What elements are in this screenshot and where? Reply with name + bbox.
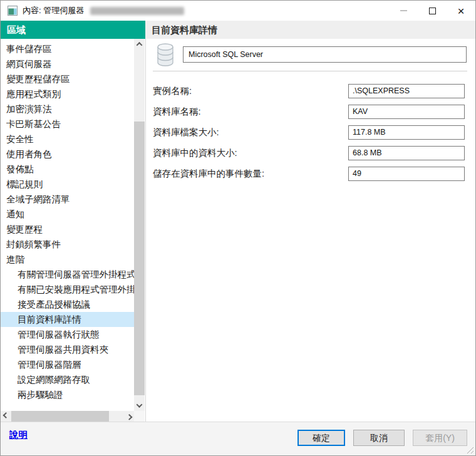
cancel-button[interactable]: 取消 [353,430,405,446]
field-row: 資料庫檔案大小: 117.8 MB [153,125,465,140]
sidebar-item[interactable]: 進階 [1,252,134,267]
database-fields: 實例名稱: .\SQLEXPRESS 資料庫名稱: KAV 資料庫檔案大小: 1… [153,84,465,187]
field-label: 資料庫檔案大小: [153,127,348,138]
page-title: 目前資料庫詳情 [145,21,475,39]
sidebar-item[interactable]: 加密演算法 [1,101,134,117]
field-label: 儲存在資料庫中的事件數量: [153,168,348,180]
sidebar-item[interactable]: 通知 [1,207,134,222]
close-icon: × [457,5,464,17]
database-details-panel: Microsoft SQL Server 實例名稱: .\SQLEXPRESS … [146,39,475,422]
sections-header: 區域 [1,21,145,39]
sidebar-item[interactable]: 兩步驟驗證 [1,387,134,402]
sidebar-item[interactable]: 管理伺服器階層 [1,357,134,372]
window-controls: × [389,1,475,21]
scroll-right-button[interactable] [124,411,135,422]
field-row: 資料庫中的資料大小: 68.8 MB [153,146,465,160]
sidebar-item[interactable]: 接受產品授權協議 [1,297,134,312]
scroll-up-button[interactable] [134,39,145,49]
maximize-icon [429,8,436,14]
sidebar-item[interactable]: 卡巴斯基公告 [1,117,134,132]
redacted-server-name [90,7,184,15]
sidebar-item[interactable]: 使用者角色 [1,147,134,162]
sidebar-item[interactable]: 變更歷程 [1,222,134,237]
vertical-scrollbar-thumb[interactable] [134,122,145,395]
database-icon [155,43,175,67]
sidebar-item[interactable]: 封鎖頻繁事件 [1,237,134,252]
field-label: 實例名稱: [153,85,348,97]
sections-sidebar: 事件儲存區網頁伺服器變更歷程儲存區應用程式類別加密演算法卡巴斯基公告安全性使用者… [1,39,146,422]
window-title: 內容: 管理伺服器 [23,5,84,16]
field-value[interactable]: .\SQLEXPRESS [348,84,465,98]
sidebar-item-selected[interactable]: 目前資料庫詳情 [1,312,134,327]
help-link[interactable]: 說明 [9,429,28,441]
scrollbar-corner [134,411,145,422]
sidebar-item[interactable]: 有關管理伺服器管理外掛程式的詳情 [1,267,134,282]
resize-grip-icon[interactable] [465,445,473,453]
sidebar-item[interactable]: 事件儲存區 [1,41,134,56]
sidebar-item[interactable]: 管理伺服器共用資料夾 [1,342,134,357]
dialog-footer: 說明 確定 取消 套用(Y) [1,422,475,455]
field-value[interactable]: KAV [348,105,465,119]
dialog-buttons: 確定 取消 套用(Y) [298,430,467,446]
sidebar-item[interactable]: 應用程式類別 [1,86,134,101]
sidebar-item[interactable]: 網頁伺服器 [1,56,134,71]
ok-button[interactable]: 確定 [298,430,345,446]
sidebar-item[interactable]: 發佈點 [1,162,134,177]
horizontal-scrollbar-thumb[interactable] [11,411,109,422]
close-button[interactable]: × [447,1,475,21]
field-value[interactable]: 49 [348,167,465,181]
minimize-icon [400,10,407,11]
field-row: 資料庫名稱: KAV [153,105,465,119]
minimize-button[interactable] [389,1,418,21]
sidebar-item[interactable]: 有關已安裝應用程式管理外掛程式的詳情 [1,282,134,297]
section-list: 事件儲存區網頁伺服器變更歷程儲存區應用程式類別加密演算法卡巴斯基公告安全性使用者… [1,39,134,411]
sidebar-item[interactable]: 全域子網路清單 [1,192,134,207]
field-value[interactable]: 68.8 MB [348,146,465,160]
chevron-left-icon [3,412,9,418]
sidebar-item[interactable]: 安全性 [1,132,134,147]
field-label: 資料庫名稱: [153,106,348,118]
sidebar-item[interactable]: 標記規則 [1,177,134,192]
sidebar-item[interactable]: 變更歷程儲存區 [1,71,134,86]
field-label: 資料庫中的資料大小: [153,147,348,159]
separator-line [153,71,467,71]
properties-dialog: 內容: 管理伺服器 × 區域 目前資料庫詳情 事件儲存區網頁伺服器變更歷程儲存區… [0,0,476,456]
chevron-up-icon [137,42,143,48]
apply-button[interactable]: 套用(Y) [413,430,467,446]
sidebar-item[interactable]: 管理伺服器執行狀態 [1,327,134,342]
scroll-down-button[interactable] [134,400,145,411]
app-icon [8,6,18,16]
sidebar-item[interactable]: 設定網際網路存取 [1,372,134,387]
scroll-left-button[interactable] [1,411,11,422]
vertical-scrollbar[interactable] [134,39,145,411]
chevron-right-icon [127,414,133,420]
field-row: 儲存在資料庫中的事件數量: 49 [153,167,465,181]
maximize-button[interactable] [418,1,447,21]
field-value[interactable]: 117.8 MB [348,125,465,140]
chevron-down-icon [137,402,143,408]
horizontal-scrollbar[interactable] [1,411,135,422]
db-type-field[interactable]: Microsoft SQL Server [183,46,467,63]
title-bar: 內容: 管理伺服器 × [1,1,475,21]
field-row: 實例名稱: .\SQLEXPRESS [153,84,465,98]
